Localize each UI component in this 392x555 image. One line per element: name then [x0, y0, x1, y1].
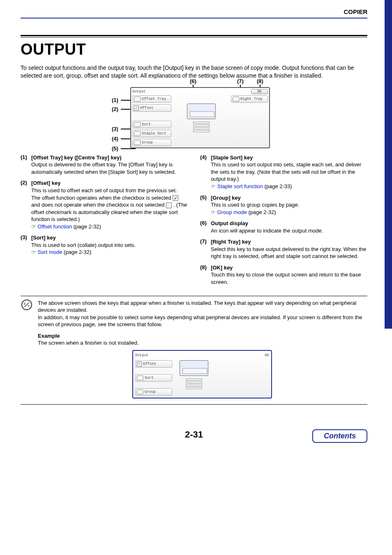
page-ref: (page 2-32) [72, 223, 101, 230]
contents-button[interactable]: Contents [312, 429, 367, 443]
callout-3: (3) [112, 126, 118, 132]
item-title: [Sort] key [31, 234, 188, 242]
group-key[interactable]: Group [135, 388, 172, 396]
item-body: This is used to sort (collate) output in… [31, 242, 188, 249]
item-title: [Right Tray] key [211, 238, 367, 246]
panel2-title: Output [135, 353, 148, 358]
page-title: OUTPUT [21, 41, 367, 58]
item-num: (2) [21, 180, 27, 230]
offset-tray-icon [134, 97, 141, 101]
item-title: [Staple Sort] key [211, 154, 367, 161]
item-body: Select this key to have output delivered… [211, 246, 367, 260]
sort-label: Sort [142, 122, 151, 127]
offset-tray-key[interactable]: Offset Tray [132, 95, 171, 103]
offset-function-link[interactable]: Offset function [38, 223, 72, 230]
item-body: This is used to sort output into sets, s… [211, 161, 367, 183]
item-num: (1) [21, 154, 27, 176]
note-icon [21, 299, 32, 310]
example-text: The screen when a finisher is not instal… [38, 339, 367, 347]
offset-key[interactable]: ✓ Offset [132, 104, 171, 112]
item-title: [Group] key [211, 194, 367, 202]
offset-label: Offset [143, 362, 156, 366]
page-ref: (page 2-33) [263, 183, 292, 189]
callout-2: (2) [112, 106, 118, 112]
offset-label: Offset [140, 106, 153, 110]
item-num: (8) [200, 264, 207, 286]
item-num: (5) [200, 194, 207, 216]
group-mode-link[interactable]: Group mode [217, 209, 247, 215]
sort-mode-link[interactable]: Sort mode [38, 249, 62, 255]
example-label: Example [38, 332, 367, 340]
callout-6: (6) [190, 78, 196, 84]
offset-checkbox-icon: ✓ [134, 106, 139, 111]
callout-1: (1) [112, 97, 118, 103]
item-body: This is used to offset each set of outpu… [31, 187, 188, 194]
sort-label: Sort [145, 375, 154, 380]
printer-illustration [180, 360, 208, 376]
item-body: An icon will appear to indicate the outp… [211, 227, 367, 235]
intro-text: To select output functions and the outpu… [21, 64, 367, 80]
sort-key[interactable]: Sort [132, 121, 171, 128]
item-body: The offset function operates when the ch… [31, 194, 188, 223]
papers-illustration [186, 378, 202, 390]
group-label: Group [145, 389, 156, 394]
callout-7: (7) [237, 78, 244, 84]
rule [21, 37, 367, 37]
right-tray-label: Right Tray [240, 97, 263, 101]
output-panel-no-finisher: Output OK ✓ Offset Sort [132, 350, 272, 399]
note-text: In addition, it may not be possible to s… [38, 314, 367, 328]
item-title: [Offset] key [31, 180, 188, 187]
group-key[interactable]: Group [132, 139, 171, 146]
sort-icon [137, 375, 143, 380]
section-header: COPIER [21, 8, 367, 18]
group-icon [134, 140, 141, 145]
checkbox-unchecked-icon [166, 203, 172, 208]
item-title: Output display [211, 220, 367, 227]
offset-checkbox-icon: ✓ [137, 362, 142, 366]
note-text: The above screen shows the keys that app… [38, 299, 367, 314]
offset-key[interactable]: ✓ Offset [135, 360, 172, 368]
item-body: Touch this key to close the output scree… [211, 271, 367, 286]
item-title: [OK] key [211, 264, 367, 272]
item-body: Output is delivered to the offset tray. … [31, 161, 188, 175]
offset-tray-label: Offset Tray [142, 97, 166, 101]
callout-8: (8) [257, 78, 263, 84]
right-tray-key[interactable]: Right Tray [231, 95, 268, 103]
page-ref: (page 2-32) [62, 249, 92, 255]
sort-key[interactable]: Sort [135, 374, 172, 382]
item-num: (4) [200, 154, 207, 190]
right-tray-icon [233, 97, 239, 101]
sort-icon [134, 122, 141, 127]
output-display-icon [197, 95, 205, 102]
output-panel-figure: (6) (7) (8) (1) (2) (3) (4) (5) Output O… [21, 87, 367, 148]
item-body: This is used to group copies by page. [211, 201, 367, 209]
group-label: Group [142, 140, 153, 145]
papers-illustration [193, 121, 210, 133]
staple-sort-function-link[interactable]: Staple sort function [217, 183, 263, 189]
item-num: (7) [200, 238, 207, 260]
callout-4: (4) [112, 136, 118, 142]
checkbox-checked-icon: ✓ [173, 195, 178, 201]
item-num: (3) [21, 234, 27, 256]
ok-button[interactable]: OK [251, 89, 268, 94]
page-ref: (page 2-32) [247, 209, 276, 215]
item-num: (6) [200, 220, 207, 234]
staple-sort-label: Staple Sort [142, 131, 166, 136]
group-icon [137, 389, 143, 394]
staple-sort-icon [134, 131, 141, 136]
staple-sort-key[interactable]: Staple Sort [132, 130, 171, 137]
item-title: [Offset Tray] key ([Centre Tray] key) [31, 154, 188, 161]
callout-5: (5) [112, 145, 118, 152]
rule [21, 35, 367, 36]
ok-button[interactable]: OK [265, 353, 269, 358]
printer-illustration [187, 104, 216, 119]
panel-title: Output [132, 90, 145, 94]
